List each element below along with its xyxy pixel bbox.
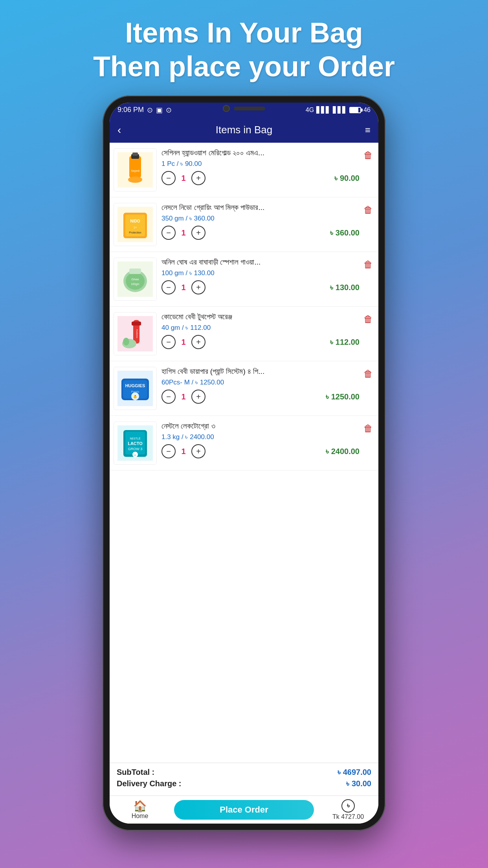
home-button[interactable]: 🏠 Home bbox=[110, 800, 170, 820]
item-name-5: হাগিস বেবী ডায়াপার (প্যান্ট সিস্টেম) ৪ … bbox=[161, 367, 360, 377]
qty-increase-5[interactable]: + bbox=[191, 390, 205, 404]
qty-increase-2[interactable]: + bbox=[191, 226, 205, 240]
svg-text:☺: ☺ bbox=[134, 453, 137, 457]
item-price-1: ৳ 90.00 bbox=[334, 174, 360, 183]
qty-increase-1[interactable]: + bbox=[191, 171, 205, 185]
item-image-3: Ghee 100gm bbox=[114, 257, 157, 301]
status-left: 9:06 PM ⊙ ▣ ⊙ bbox=[117, 106, 172, 114]
item-controls-2: − 1 + ৳ 360.00 bbox=[161, 226, 360, 240]
cart-item-1: Sepnil সেপিনল হ্যান্ডওয়াশ মেরিগোল্ড ২০০… bbox=[110, 143, 378, 197]
svg-text:GROW 3: GROW 3 bbox=[128, 447, 143, 451]
phone-device: 9:06 PM ⊙ ▣ ⊙ 4G ▋▋▋ ▋▋▋ 46 ‹ Items in B… bbox=[103, 96, 385, 831]
svg-point-14 bbox=[126, 272, 145, 290]
status-icon3: ⊙ bbox=[166, 106, 172, 114]
cart-item-2: NIDO 1+ Protection নেসলে নিডো গ্রোয়িং আ… bbox=[110, 197, 378, 252]
item-name-2: নেসলে নিডো গ্রোয়িং আপ মিল্ক পাউডার... bbox=[161, 203, 360, 213]
hero-text: Items In Your Bag Then place your Order bbox=[70, 0, 418, 96]
delete-btn-1[interactable]: 🗑 bbox=[363, 150, 373, 161]
delete-btn-4[interactable]: 🗑 bbox=[363, 314, 373, 325]
delete-btn-5[interactable]: 🗑 bbox=[363, 368, 373, 379]
qty-decrease-5[interactable]: − bbox=[161, 390, 176, 404]
delete-btn-6[interactable]: 🗑 bbox=[363, 423, 373, 434]
qty-decrease-6[interactable]: − bbox=[161, 444, 176, 458]
item-variant-4: 40 gm / ৳ 112.00 bbox=[161, 324, 360, 332]
cart-item-3: Ghee 100gm অনিল ঘোষ এর বাঘাবাড়ী স্পেশাল… bbox=[110, 252, 378, 307]
signal-icon2: ▋▋▋ bbox=[333, 106, 347, 114]
svg-text:NIDO: NIDO bbox=[130, 219, 140, 223]
delete-btn-2[interactable]: 🗑 bbox=[363, 204, 373, 215]
svg-text:HUGGIES: HUGGIES bbox=[125, 383, 145, 388]
qty-decrease-4[interactable]: − bbox=[161, 335, 176, 349]
svg-rect-17 bbox=[129, 268, 141, 274]
svg-text:NESTLÉ: NESTLÉ bbox=[130, 437, 141, 440]
footer-summary: SubTotal : ৳ 4697.00 Delivery Charge : ৳… bbox=[110, 763, 378, 795]
total-display: ৳ Tk 4727.00 bbox=[318, 799, 378, 820]
item-name-6: নেস্টলে লেকটোগ্রো ৩ bbox=[161, 421, 360, 431]
cart-item-4: Kodomo কোডেমো বেবী টুথপেস্ট অরেঞ্জ 40 gm… bbox=[110, 307, 378, 361]
svg-text:Ghee: Ghee bbox=[131, 278, 139, 281]
place-order-button[interactable]: Place Order bbox=[174, 800, 314, 820]
item-image-2: NIDO 1+ Protection bbox=[114, 203, 157, 246]
svg-text:Kodomo: Kodomo bbox=[136, 329, 138, 338]
nav-title: Items in Bag bbox=[133, 124, 355, 136]
item-controls-1: − 1 + ৳ 90.00 bbox=[161, 171, 360, 185]
menu-button[interactable]: ≡ bbox=[355, 125, 371, 136]
status-icon2: ▣ bbox=[156, 106, 163, 114]
qty-value-2: 1 bbox=[180, 228, 187, 237]
back-button[interactable]: ‹ bbox=[117, 124, 133, 136]
taka-icon: ৳ bbox=[341, 799, 355, 813]
qty-increase-3[interactable]: + bbox=[191, 280, 205, 294]
item-details-2: নেসলে নিডো গ্রোয়িং আপ মিল্ক পাউডার... 3… bbox=[161, 203, 360, 240]
battery-fill bbox=[350, 108, 358, 112]
status-icon1: ⊙ bbox=[147, 106, 153, 114]
svg-text:LACTO: LACTO bbox=[128, 441, 143, 446]
item-price-6: ৳ 2400.00 bbox=[326, 447, 360, 456]
svg-point-5 bbox=[128, 177, 142, 183]
item-details-1: সেপিনল হ্যান্ডওয়াশ মেরিগোল্ড ২০০ এমএ...… bbox=[161, 148, 360, 186]
subtotal-label: SubTotal : bbox=[117, 768, 154, 777]
battery-icon bbox=[349, 107, 361, 113]
item-controls-5: − 1 + ৳ 1250.00 bbox=[161, 390, 360, 404]
item-variant-1: 1 Pc / ৳ 90.00 bbox=[161, 160, 360, 168]
subtotal-value: ৳ 4697.00 bbox=[338, 768, 371, 777]
qty-decrease-2[interactable]: − bbox=[161, 226, 176, 240]
nav-bar: ‹ Items in Bag ≡ bbox=[110, 118, 378, 143]
total-value: Tk 4727.00 bbox=[332, 813, 364, 820]
home-icon: 🏠 bbox=[133, 800, 147, 813]
qty-decrease-3[interactable]: − bbox=[161, 280, 176, 294]
item-image-4: Kodomo bbox=[114, 312, 157, 355]
item-image-1: Sepnil bbox=[114, 148, 157, 191]
svg-text:Sepnil: Sepnil bbox=[131, 169, 139, 173]
item-controls-6: − 1 + ৳ 2400.00 bbox=[161, 444, 360, 458]
item-details-5: হাগিস বেবী ডায়াপার (প্যান্ট সিস্টেম) ৪ … bbox=[161, 367, 360, 404]
qty-value-3: 1 bbox=[180, 283, 187, 292]
item-price-4: ৳ 112.00 bbox=[330, 338, 360, 347]
item-image-6: NESTLÉ LACTO GROW 3 ☺ bbox=[114, 421, 157, 465]
item-controls-3: − 1 + ৳ 130.00 bbox=[161, 280, 360, 294]
item-controls-4: − 1 + ৳ 112.00 bbox=[161, 335, 360, 349]
qty-decrease-1[interactable]: − bbox=[161, 171, 176, 185]
svg-point-23 bbox=[123, 338, 129, 346]
qty-value-5: 1 bbox=[180, 392, 187, 401]
qty-value-1: 1 bbox=[180, 174, 187, 183]
cart-item-6: NESTLÉ LACTO GROW 3 ☺ নেস্টলে লেকটোগ্রো … bbox=[110, 416, 378, 471]
battery-pct: 46 bbox=[363, 107, 371, 114]
qty-controls-6: − 1 + bbox=[161, 444, 205, 458]
delete-btn-3[interactable]: 🗑 bbox=[363, 259, 373, 270]
qty-increase-6[interactable]: + bbox=[191, 444, 205, 458]
qty-increase-4[interactable]: + bbox=[191, 335, 205, 349]
cart-list[interactable]: Sepnil সেপিনল হ্যান্ডওয়াশ মেরিগোল্ড ২০০… bbox=[110, 143, 378, 763]
item-price-3: ৳ 130.00 bbox=[330, 283, 360, 292]
delivery-label: Delivery Charge : bbox=[117, 779, 182, 788]
qty-controls-5: − 1 + bbox=[161, 390, 205, 404]
svg-text:1+: 1+ bbox=[134, 226, 137, 229]
phone-screen: 9:06 PM ⊙ ▣ ⊙ 4G ▋▋▋ ▋▋▋ 46 ‹ Items in B… bbox=[110, 103, 378, 824]
signal-icon: ▋▋▋ bbox=[316, 106, 330, 114]
qty-controls-3: − 1 + bbox=[161, 280, 205, 294]
phone-camera bbox=[223, 105, 230, 112]
svg-text:Protection: Protection bbox=[129, 231, 141, 234]
phone-speaker bbox=[234, 107, 265, 110]
qty-value-6: 1 bbox=[180, 447, 187, 456]
item-variant-5: 60Pcs- M / ৳ 1250.00 bbox=[161, 379, 360, 386]
svg-rect-3 bbox=[132, 153, 138, 156]
